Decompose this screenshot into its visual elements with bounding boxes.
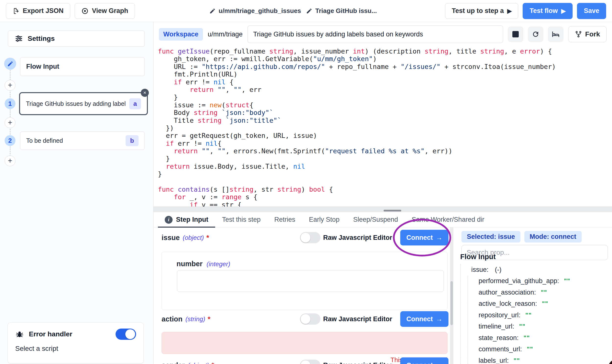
code-line: return "", "", err <box>158 86 612 93</box>
test-flow-label: Test flow <box>529 7 558 15</box>
flow-input-prop-issue[interactable]: issue:(-) <box>453 264 612 275</box>
scrollbar-handle[interactable] <box>384 210 401 211</box>
code-horizontal-scrollbar[interactable] <box>153 207 612 212</box>
raw-js-toggle-issue[interactable] <box>300 232 320 243</box>
flow-input-prop-author_association[interactable]: author_association:"" <box>453 287 612 298</box>
connect-button-sender[interactable]: Connect → <box>400 357 448 364</box>
flow-input-prop-timeline_url[interactable]: timeline_url:"" <box>453 321 612 332</box>
prop-empty-string-value: "" <box>525 312 532 319</box>
step-input-form: issue (object) * Raw Javascript Editor C… <box>153 227 450 364</box>
toggle-knob <box>301 233 310 243</box>
prop-empty-string-value: "" <box>564 277 570 285</box>
raw-js-editor-label: Raw Javascript Editor <box>323 234 392 242</box>
settings-label: Settings <box>28 35 55 42</box>
flow-input-icon[interactable] <box>4 58 16 70</box>
connect-button-issue[interactable]: Connect → <box>400 230 448 246</box>
refresh-button[interactable] <box>528 27 543 42</box>
view-graph-label: View Graph <box>92 7 128 15</box>
flow-input-heading: Flow Input <box>460 253 496 261</box>
view-graph-button[interactable]: View Graph <box>75 3 135 19</box>
remove-step-button[interactable]: ✕ <box>141 89 149 97</box>
info-icon: i <box>165 216 173 224</box>
tab-same-worker-shared-dir[interactable]: Same Worker/Shared dir <box>405 212 491 227</box>
workspace-badge: Workspace <box>159 28 203 40</box>
code-line <box>158 178 612 185</box>
plus-icon: + <box>8 118 12 127</box>
error-handler-select-script[interactable]: Select a script <box>15 345 136 352</box>
code-line: URL := "https://api.github.com/repos/" +… <box>158 63 612 70</box>
close-icon: ✕ <box>143 91 146 95</box>
tab-early-stop[interactable]: Early Stop <box>302 212 346 227</box>
scrollbar-handle[interactable] <box>450 281 453 325</box>
field-name: sender <box>162 361 185 364</box>
flow-summary-input[interactable] <box>248 26 503 43</box>
connect-status-badges: Selected: issue Mode: connect <box>461 231 582 243</box>
breadcrumb-script-path[interactable]: u/mm/triage_github_issues <box>209 7 301 15</box>
tab-label: Sleep/Suspend <box>353 216 398 223</box>
add-step-button[interactable]: + <box>5 156 15 166</box>
tab-sleep-suspend[interactable]: Sleep/Suspend <box>346 212 405 227</box>
code-line: if v == str { <box>158 201 612 207</box>
tab-label: Step Input <box>176 216 208 223</box>
prop-empty-string-value: "" <box>519 323 526 330</box>
flow-input-prop-labels_url[interactable]: labels_url:"" <box>453 355 612 364</box>
field-type: (integer) <box>207 260 230 268</box>
breadcrumb-flow-title[interactable]: Triage GitHub issu... <box>306 7 377 15</box>
field-type: (object) <box>183 234 204 242</box>
sleep-button[interactable] <box>548 27 563 42</box>
prop-label: repository_url: <box>479 312 520 319</box>
test-up-to-step-button[interactable]: Test up to step a ▶ <box>445 3 518 19</box>
add-step-button[interactable]: + <box>5 117 15 128</box>
flow-input-prop-repository_url[interactable]: repository_url:"" <box>453 310 612 321</box>
flow-step-2[interactable]: To be defined b <box>20 131 145 150</box>
tab-label: Same Worker/Shared dir <box>412 216 485 223</box>
connect-button-action[interactable]: Connect → <box>400 311 448 327</box>
prop-value: (-) <box>495 266 501 273</box>
raw-js-toggle-action[interactable] <box>300 313 320 325</box>
error-handler-toggle[interactable] <box>115 328 136 340</box>
tab-test-this-step[interactable]: Test this step <box>215 212 268 227</box>
fork-button[interactable]: Fork <box>568 26 607 42</box>
connect-label: Connect <box>406 362 433 364</box>
step-2-number[interactable]: 2 <box>5 135 15 146</box>
flow-input-prop-active_lock_reason[interactable]: active_lock_reason:"" <box>453 298 612 310</box>
code-editor[interactable]: func getIssue(repo_fullname string, issu… <box>153 46 612 207</box>
step-input-vertical-scrollbar[interactable] <box>450 227 453 364</box>
flow-toolbar: Workspace u/mm/triage <box>153 22 612 46</box>
fork-label: Fork <box>585 30 600 38</box>
field-row-action: action (string) * Raw Javascript Editor … <box>162 311 448 327</box>
test-flow-button[interactable]: Test flow ▶ <box>523 3 572 19</box>
prop-label: author_association: <box>479 289 536 296</box>
step-1-label: Triage GitHub issues by adding labels ..… <box>26 100 126 107</box>
step-number-label: 1 <box>8 100 12 108</box>
flow-input-prop-comments_url[interactable]: comments_url:"" <box>453 344 612 355</box>
flow-sidebar: Settings Flow Input + 1 Triage GitHub is… <box>0 22 153 364</box>
flow-input-prop-performed_via_github_app[interactable]: performed_via_github_app:"" <box>453 275 612 287</box>
export-json-button[interactable]: Export JSON <box>6 3 70 19</box>
flow-step-1-selected[interactable]: Triage GitHub issues by adding labels ..… <box>19 92 148 115</box>
required-asterisk: * <box>211 361 214 364</box>
required-asterisk: * <box>208 315 210 323</box>
step-detail-panel: issue (object) * Raw Javascript Editor C… <box>153 227 612 364</box>
tab-retries[interactable]: Retries <box>268 212 302 227</box>
flow-title-text: Triage GitHub issu... <box>315 7 377 15</box>
prop-empty-string-value: "" <box>527 346 533 353</box>
step-1-number[interactable]: 1 <box>5 98 15 109</box>
stop-button[interactable] <box>508 27 523 42</box>
code-line: issue := new(struct{ <box>158 101 612 109</box>
error-handler-card: Error handler Select a script <box>8 323 144 364</box>
flow-input-node[interactable]: Flow Input <box>20 57 145 76</box>
action-field-input-error[interactable] <box>162 332 447 354</box>
save-button[interactable]: Save <box>577 3 606 19</box>
flow-settings-button[interactable]: Settings <box>8 31 145 47</box>
tab-step-input[interactable]: iStep Input <box>158 212 215 227</box>
raw-js-toggle-sender[interactable] <box>300 360 320 364</box>
number-field-input[interactable] <box>177 270 444 292</box>
field-row-sender: sender (object) * Raw Javascript Editor … <box>162 357 448 364</box>
field-name: number <box>177 260 202 268</box>
arrow-right-icon: → <box>436 362 442 364</box>
step-1-id-badge: a <box>129 98 141 109</box>
field-row-issue: issue (object) * Raw Javascript Editor C… <box>162 230 448 246</box>
flow-input-prop-state_reason[interactable]: state_reason:"" <box>453 332 612 344</box>
add-step-button[interactable]: + <box>5 80 15 91</box>
